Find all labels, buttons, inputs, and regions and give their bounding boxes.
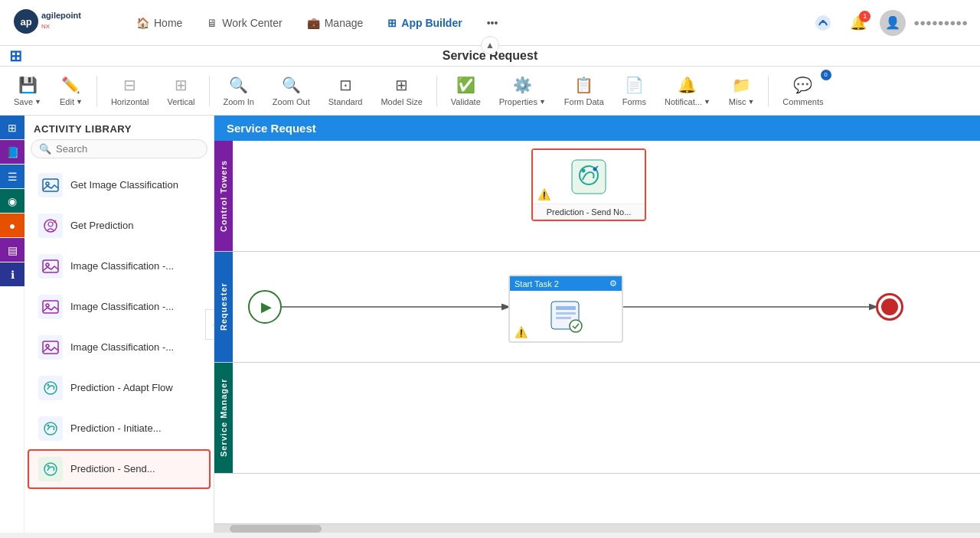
activity-get-prediction[interactable]: Get Prediction [28,206,211,246]
save-button[interactable]: 💾 Save ▼ [6,71,49,111]
nav-manage[interactable]: 💼 Manage [298,12,373,34]
start-task-2-node[interactable]: Start Task 2 ⚙ [508,275,623,343]
activity-prediction-adapt-flow[interactable]: Prediction - Adapt Flow [28,368,211,408]
image-classification-1-icon [38,254,63,279]
form-data-button[interactable]: 📋 Form Data [557,71,612,111]
notifications-icon: 🔔 [678,76,697,94]
sidebar-content: ACTIVITY LIBRARY 🔍 Get Image Cla [24,116,214,533]
prediction-initiate-label: Prediction - Initiate... [70,422,162,435]
grid-icon[interactable]: ⊞ [9,47,22,65]
misc-arrow-icon: ▼ [747,98,754,106]
activity-get-image-classification[interactable]: Get Image Classification [28,165,211,205]
nav-more[interactable]: ••• [478,12,508,34]
activity-library-header: ACTIVITY LIBRARY [24,116,214,139]
svg-point-9 [48,222,53,227]
prediction-send-node-icon [570,158,607,195]
lane-content-service-manager [233,363,980,473]
toolbar-separator-3 [436,76,437,106]
agilepoint-icon-btn[interactable] [809,9,837,37]
forms-button[interactable]: 📄 Forms [615,71,654,111]
search-icon: 🔍 [39,143,51,155]
end-node[interactable] [876,293,903,321]
image-classification-2-icon [38,295,63,319]
get-image-classification-icon [38,173,63,197]
sidebar-icon-grid[interactable]: ⊞ [0,116,24,140]
zoom-out-icon: 🔍 [282,76,301,94]
search-input[interactable] [56,143,199,155]
lane-service-manager: Service Manager [214,363,980,474]
sidebar-icon-info[interactable]: ℹ [0,262,24,287]
nav-home[interactable]: 🏠 Home [127,12,191,34]
collapse-nav-button[interactable]: ▲ [481,36,499,54]
activity-prediction-initiate[interactable]: Prediction - Initiate... [28,409,211,448]
prediction-send-node-label: Prediction - Send No... [533,204,645,220]
avatar[interactable]: 👤 [880,10,906,36]
sidebar-icon-column: ⊞ 📘 ☰ ◉ ● ▤ ℹ [0,116,24,533]
edit-icon: ✏️ [61,76,80,94]
activity-image-classification-3[interactable]: Image Classification -... [28,328,211,367]
sidebar-collapse-handle[interactable]: ‹ [205,309,214,340]
toolbar-separator-1 [96,76,97,106]
lane-content-control-towers: ⚠️ Prediction - Send No... [233,141,980,251]
activity-prediction-send[interactable]: Prediction - Send... [28,449,211,489]
sidebar-icon-layers[interactable]: ▤ [0,238,24,262]
sidebar-icon-eye[interactable]: ◉ [0,189,24,214]
top-navigation: ap agilepoint NX 🏠 Home 🖥 Work Center 💼 … [0,0,980,46]
svg-point-18 [44,422,57,435]
notification-icon-btn[interactable]: 🔔 1 [844,9,872,37]
edit-button[interactable]: ✏️ Edit ▼ [52,71,90,111]
properties-button[interactable]: ⚙️ Properties ▼ [492,71,554,111]
svg-rect-12 [43,301,58,313]
canvas-scrollbar[interactable] [214,523,980,533]
activity-image-classification-1[interactable]: Image Classification -... [28,246,211,286]
nav-app-builder[interactable]: ⊞ App Builder [378,12,471,34]
svg-rect-14 [43,341,58,354]
standard-icon: ⊡ [339,76,352,94]
zoom-in-icon: 🔍 [229,76,248,94]
comments-button[interactable]: 💬 Comments 0 [775,71,831,111]
vertical-icon: ⊞ [175,76,188,94]
nav-work-center[interactable]: 🖥 Work Center [198,12,291,34]
validate-button[interactable]: ✅ Validate [443,71,488,111]
image-classification-3-icon [38,335,63,360]
prediction-adapt-flow-label: Prediction - Adapt Flow [70,382,173,395]
prediction-send-node[interactable]: ⚠️ Prediction - Send No... [531,148,646,221]
svg-point-21 [47,465,50,468]
misc-icon: 📁 [732,76,751,94]
validate-icon: ✅ [456,76,475,94]
model-size-button[interactable]: ⊞ Model Size [373,71,430,111]
canvas-scroll-thumb[interactable] [230,525,322,533]
zoom-in-button[interactable]: 🔍 Zoom In [216,71,262,111]
svg-point-19 [47,425,50,427]
zoom-out-button[interactable]: 🔍 Zoom Out [265,71,318,111]
nav-right: 🔔 1 👤 ●●●●●●●●● [809,9,968,37]
save-arrow-icon: ▼ [34,98,41,106]
start-task-2-icon [548,298,583,334]
svg-point-7 [46,182,49,185]
vertical-button[interactable]: ⊞ Vertical [159,71,202,111]
misc-button[interactable]: 📁 Misc ▼ [721,71,763,111]
more-icon: ••• [487,17,498,29]
horizontal-button[interactable]: ⊟ Horizontal [103,71,157,111]
sidebar-icon-face[interactable]: ● [0,214,24,238]
svg-text:agilepoint: agilepoint [41,11,81,20]
horizontal-icon: ⊟ [123,76,136,94]
standard-button[interactable]: ⊡ Standard [321,71,371,111]
logo[interactable]: ap agilepoint NX [12,8,104,37]
main-layout: ⊞ 📘 ☰ ◉ ● ▤ ℹ ACTIVITY LIBRARY 🔍 [0,116,980,533]
sidebar-icon-book[interactable]: 📘 [0,140,24,165]
nav-links: 🏠 Home 🖥 Work Center 💼 Manage ⊞ App Buil… [127,12,809,34]
start-node[interactable]: ▶ [248,290,282,324]
prediction-send-label: Prediction - Send... [70,463,155,476]
start-task-2-gear-icon[interactable]: ⚙ [609,279,617,289]
search-box[interactable]: 🔍 [31,139,207,158]
model-size-icon: ⊞ [395,76,408,94]
edit-arrow-icon: ▼ [76,98,83,106]
sidebar-icon-list[interactable]: ☰ [0,165,24,189]
notifications-button[interactable]: 🔔 Notificat... ▼ [657,71,718,111]
activity-image-classification-2[interactable]: Image Classification -... [28,287,211,327]
svg-text:ap: ap [20,16,31,28]
lane-content-requester: ▶ Start Task 2 ⚙ [233,252,980,362]
canvas-lanes: Control Towers [214,141,980,523]
app-builder-icon: ⊞ [387,17,397,29]
